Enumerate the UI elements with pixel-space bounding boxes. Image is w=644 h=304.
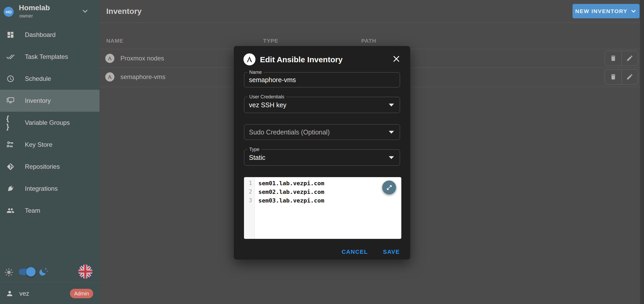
row-actions bbox=[605, 69, 638, 85]
column-header-name: NAME bbox=[106, 38, 123, 44]
semaphore-app: HO Homelab owner Dashboard Task Template… bbox=[0, 0, 644, 304]
keys-icon bbox=[6, 140, 15, 149]
sun-icon bbox=[4, 268, 14, 278]
moon-stars-icon bbox=[38, 267, 49, 278]
dropdown-caret-icon bbox=[389, 131, 394, 134]
clock-icon bbox=[6, 75, 15, 83]
save-button[interactable]: SAVE bbox=[383, 249, 400, 255]
new-inventory-label: NEW INVENTORY bbox=[575, 8, 628, 14]
edit-button[interactable] bbox=[621, 70, 638, 84]
sudo-credentials-placeholder: Sudo Credentials (Optional) bbox=[249, 125, 330, 140]
workspace-role: owner bbox=[19, 13, 33, 19]
line-number: 3 bbox=[244, 196, 254, 205]
page-title: Inventory bbox=[106, 7, 142, 16]
type-select[interactable]: Type Static bbox=[244, 149, 400, 166]
topbar: Inventory NEW INVENTORY bbox=[99, 0, 644, 23]
pencil-icon bbox=[626, 73, 633, 80]
toggle-thumb bbox=[26, 267, 36, 277]
admin-badge: Admin bbox=[70, 289, 93, 298]
sidebar-item-label: Inventory bbox=[25, 97, 51, 104]
user-credentials-value: vez SSH key bbox=[249, 97, 286, 113]
sidebar-item-repositories[interactable]: Repositories bbox=[0, 156, 99, 178]
plug-icon bbox=[6, 184, 15, 193]
sidebar-item-label: Integrations bbox=[25, 185, 58, 192]
expand-icon bbox=[386, 184, 392, 191]
user-credentials-select[interactable]: User Credentials vez SSH key bbox=[244, 97, 400, 113]
close-icon[interactable] bbox=[391, 53, 402, 64]
chevron-down-icon[interactable] bbox=[81, 7, 89, 15]
dashboard-icon bbox=[6, 31, 15, 39]
modal-title: Edit Ansible Inventory bbox=[260, 55, 343, 64]
double-check-icon bbox=[6, 53, 15, 61]
git-icon bbox=[6, 162, 15, 171]
new-inventory-button[interactable]: NEW INVENTORY bbox=[573, 4, 640, 18]
sidebar-item-schedule[interactable]: Schedule bbox=[0, 68, 99, 90]
inventory-row-name: semaphore-vms bbox=[120, 73, 165, 81]
dropdown-caret-icon bbox=[389, 156, 394, 159]
workspace-name: Homelab bbox=[19, 4, 50, 12]
sidebar-item-integrations[interactable]: Integrations bbox=[0, 178, 99, 200]
line-number: 2 bbox=[244, 188, 254, 196]
sidebar-user[interactable]: vez Admin bbox=[0, 283, 99, 304]
inventory-code-editor[interactable]: 1 2 3 sem01.lab.vezpi.com sem02.lab.vezp… bbox=[244, 177, 401, 239]
edit-button[interactable] bbox=[621, 51, 638, 66]
editor-content[interactable]: sem01.lab.vezpi.com sem02.lab.vezpi.com … bbox=[255, 177, 401, 205]
code-line: sem03.lab.vezpi.com bbox=[258, 196, 401, 205]
sidebar-item-label: Schedule bbox=[25, 75, 51, 82]
sidebar-item-label: Dashboard bbox=[25, 31, 55, 38]
sidebar: HO Homelab owner Dashboard Task Template… bbox=[0, 0, 99, 304]
trash-icon bbox=[610, 55, 617, 62]
column-header-path: PATH bbox=[361, 38, 376, 44]
column-header-type: TYPE bbox=[263, 38, 278, 44]
ansible-icon bbox=[105, 54, 114, 63]
sidebar-item-key-store[interactable]: Key Store bbox=[0, 134, 99, 156]
sidebar-item-label: Key Store bbox=[25, 141, 52, 148]
scrollbar[interactable] bbox=[640, 0, 644, 304]
workspace-switcher[interactable]: HO Homelab owner bbox=[0, 0, 99, 24]
language-flag-uk[interactable] bbox=[78, 264, 92, 279]
sidebar-item-label: Task Templates bbox=[25, 53, 68, 60]
edit-inventory-modal: Edit Ansible Inventory Name semaphore-vm… bbox=[234, 46, 410, 260]
code-line: sem02.lab.vezpi.com bbox=[258, 188, 401, 196]
sidebar-item-task-templates[interactable]: Task Templates bbox=[0, 46, 99, 68]
sidebar-item-label: Repositories bbox=[25, 163, 60, 170]
editor-gutter: 1 2 3 bbox=[244, 177, 255, 239]
braces-icon: { } bbox=[6, 119, 15, 127]
sidebar-nav: Dashboard Task Templates Schedule bbox=[0, 24, 99, 222]
row-actions bbox=[605, 51, 638, 66]
modal-footer: CANCEL SAVE bbox=[234, 244, 410, 260]
sidebar-item-variable-groups[interactable]: { } Variable Groups bbox=[0, 112, 99, 134]
sudo-credentials-select[interactable]: Sudo Credentials (Optional) bbox=[244, 124, 400, 140]
sidebar-item-dashboard[interactable]: Dashboard bbox=[0, 24, 99, 46]
user-name: vez bbox=[19, 290, 29, 297]
ansible-icon bbox=[105, 72, 114, 81]
sidebar-item-inventory[interactable]: Inventory bbox=[0, 90, 99, 112]
inventory-row-name: Proxmox nodes bbox=[120, 55, 164, 62]
person-icon bbox=[6, 290, 14, 297]
ansible-logo-icon bbox=[243, 53, 256, 65]
sidebar-item-label: Team bbox=[25, 207, 40, 214]
sidebar-item-label: Variable Groups bbox=[25, 119, 70, 126]
name-field[interactable]: Name semaphore-vms bbox=[244, 72, 400, 87]
dropdown-caret-icon bbox=[389, 104, 394, 106]
delete-button[interactable] bbox=[605, 51, 621, 66]
delete-button[interactable] bbox=[605, 70, 621, 84]
workspace-avatar: HO bbox=[4, 7, 14, 17]
type-value: Static bbox=[249, 150, 265, 165]
theme-toggle[interactable] bbox=[18, 267, 36, 277]
chevron-down-icon bbox=[630, 8, 637, 15]
monitor-multiple-icon bbox=[6, 97, 15, 105]
line-number: 1 bbox=[244, 179, 254, 188]
cancel-button[interactable]: CANCEL bbox=[342, 249, 368, 255]
trash-icon bbox=[610, 73, 617, 80]
name-field-value: semaphore-vms bbox=[249, 72, 296, 87]
code-line: sem01.lab.vezpi.com bbox=[258, 179, 401, 188]
expand-editor-button[interactable] bbox=[382, 181, 396, 194]
sidebar-item-team[interactable]: Team bbox=[0, 200, 99, 222]
sidebar-footer-controls bbox=[0, 263, 99, 281]
people-icon bbox=[6, 206, 15, 215]
pencil-icon bbox=[626, 55, 633, 62]
